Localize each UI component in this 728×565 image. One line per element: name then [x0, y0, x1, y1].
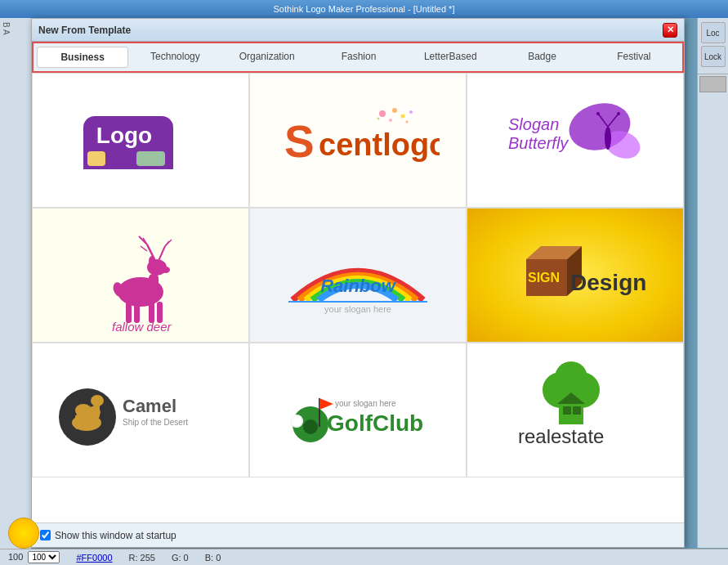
bottom-yellow-circle — [8, 518, 39, 549]
svg-point-57 — [91, 395, 104, 406]
svg-point-65 — [291, 415, 302, 427]
realestate-svg: realestate — [494, 361, 657, 460]
color-b: B: 0 — [205, 553, 221, 563]
color-g: G: 0 — [172, 553, 189, 563]
status-bar: 100 100 #FF0000 R: 255 G: 0 B: 0 — [0, 549, 728, 565]
template-logo-purple[interactable]: Logo — [32, 73, 249, 208]
left-panel: B A — [0, 18, 31, 565]
tab-festival[interactable]: Festival — [589, 47, 679, 68]
svg-marker-67 — [319, 398, 333, 410]
tab-technology[interactable]: Technology — [130, 47, 220, 68]
rainbow-svg: Rainbow your slogan here — [276, 235, 440, 316]
dialog-title: New From Template — [38, 25, 131, 36]
lock-icon-1[interactable]: Loc — [701, 22, 726, 43]
svg-text:realestate: realestate — [518, 425, 604, 447]
svg-point-9 — [401, 114, 405, 118]
svg-text:Design: Design — [570, 270, 646, 295]
svg-text:GolfClub: GolfClub — [327, 410, 423, 436]
svg-point-7 — [379, 110, 386, 117]
svg-rect-26 — [149, 274, 159, 292]
svg-line-33 — [141, 246, 147, 251]
svg-point-10 — [389, 119, 392, 122]
svg-text:your slogan here: your slogan here — [335, 399, 396, 408]
camel-svg: Camel Ship of the Desert — [51, 370, 230, 451]
tab-letterbased[interactable]: LetterBased — [405, 47, 495, 68]
app-title: Sothink Logo Maker Professional - [Untit… — [274, 4, 455, 14]
zoom-select[interactable]: 100 — [28, 551, 60, 563]
template-sign-design[interactable]: SIGN Design — [467, 208, 684, 343]
logo-purple-svg: Logo — [75, 104, 206, 177]
lock-icon-2[interactable]: Lock — [701, 46, 726, 67]
svg-point-21 — [596, 112, 600, 115]
golf-svg: your slogan here GolfClub — [268, 365, 448, 455]
app-titlebar: Sothink Logo Maker Professional - [Untit… — [0, 0, 728, 18]
deer-svg: fallow deer — [67, 218, 214, 333]
svg-text:S: S — [284, 116, 315, 167]
dialog-titlebar: New From Template ✕ — [32, 19, 684, 42]
svg-rect-54 — [75, 415, 82, 429]
svg-line-34 — [159, 246, 165, 261]
svg-point-72 — [555, 361, 587, 394]
template-scentlogo[interactable]: S centlogo — [249, 73, 467, 208]
butterfly-svg: Slogan Butterfly — [494, 96, 657, 186]
dialog-new-from-template: New From Template ✕ Business Technology … — [31, 18, 685, 548]
svg-text:Rainbow: Rainbow — [320, 276, 397, 296]
svg-point-59 — [86, 406, 100, 418]
svg-text:fallow deer: fallow deer — [112, 320, 172, 333]
close-button[interactable]: ✕ — [663, 23, 677, 38]
zoom-level: 100 100 — [8, 551, 60, 563]
svg-rect-5 — [87, 151, 105, 166]
templates-grid: Logo S centlogo — [32, 73, 684, 478]
svg-text:SIGN: SIGN — [528, 271, 560, 285]
sign-design-svg: SIGN Design — [494, 235, 657, 316]
template-rainbow[interactable]: Rainbow your slogan here — [249, 208, 467, 343]
tab-badge[interactable]: Badge — [497, 47, 587, 68]
right-panel: Loc Lock — [697, 18, 728, 548]
tabs-container: Business Technology Organization Fashion… — [32, 42, 684, 73]
svg-point-8 — [392, 108, 397, 113]
svg-text:Camel: Camel — [123, 396, 176, 416]
svg-point-63 — [303, 419, 318, 434]
svg-text:Butterfly: Butterfly — [508, 134, 569, 152]
color-r: R: 255 — [129, 553, 155, 563]
svg-point-28 — [162, 267, 170, 273]
dialog-footer: Show this window at startup — [32, 522, 684, 547]
svg-point-11 — [377, 117, 380, 119]
svg-text:Logo: Logo — [96, 123, 152, 148]
svg-rect-75 — [573, 406, 581, 415]
left-panel-text: B A — [0, 18, 12, 39]
svg-rect-4 — [136, 151, 165, 166]
svg-point-12 — [409, 110, 413, 114]
svg-point-18 — [605, 127, 611, 150]
template-golf-club[interactable]: your slogan here GolfClub — [249, 343, 467, 478]
template-slogan-butterfly[interactable]: Slogan Butterfly — [467, 73, 684, 208]
color-hex[interactable]: #FF0000 — [76, 553, 112, 563]
svg-rect-74 — [563, 406, 571, 415]
svg-text:Ship of the Desert: Ship of the Desert — [123, 418, 188, 427]
template-real-estate[interactable]: realestate — [467, 343, 684, 478]
svg-text:Slogan: Slogan — [508, 115, 559, 133]
svg-point-22 — [617, 112, 620, 115]
templates-grid-area[interactable]: Logo S centlogo — [32, 73, 684, 522]
tab-organization[interactable]: Organization — [222, 47, 312, 68]
scentlogo-svg: S centlogo — [276, 104, 440, 177]
svg-text:centlogo: centlogo — [319, 128, 440, 162]
template-fallow-deer[interactable]: fallow deer — [32, 208, 249, 343]
template-camel[interactable]: Camel Ship of the Desert — [32, 343, 249, 478]
svg-point-13 — [406, 120, 409, 123]
show-startup-checkbox[interactable] — [40, 530, 51, 540]
svg-line-36 — [165, 241, 169, 246]
tab-fashion[interactable]: Fashion — [314, 47, 404, 68]
tab-business[interactable]: Business — [37, 47, 128, 68]
svg-text:your slogan here: your slogan here — [324, 304, 391, 314]
show-startup-label: Show this window at startup — [55, 530, 176, 541]
